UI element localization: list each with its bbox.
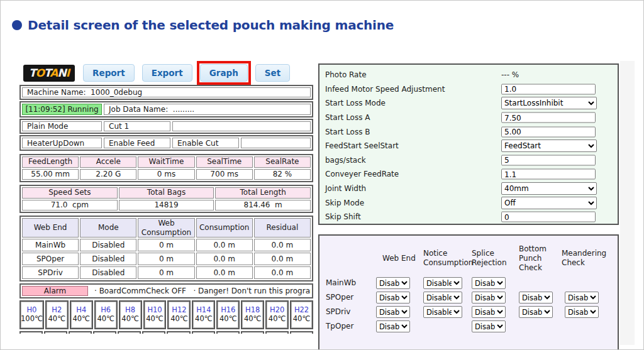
heater-temp: 40℃: [219, 315, 237, 324]
mainwb-web-end-select[interactable]: Disable: [376, 277, 410, 289]
pouch-machine-detail-screen: { "page": { "title": "Detail screen of t…: [0, 0, 644, 350]
feed-parameters-table: FeedLengthAcceleWaitTimeSealTimeSealRate…: [19, 154, 313, 182]
mainwb-notice-consumption-select[interactable]: Disabled: [423, 277, 462, 289]
settings-row-photo-rate: Photo Rate--- %: [319, 68, 618, 82]
feed_table-header-feedlength: FeedLength: [22, 156, 79, 168]
options-column-header-bottom-punch-check: Bottom Punch Check: [519, 242, 558, 275]
heater-temp: 40℃: [269, 315, 286, 324]
machine-name: Machine Name: 1000_0debug: [22, 87, 311, 97]
heater-temperature-row: H0100℃H240℃H440℃H640℃H840℃H1040℃H1240℃H1…: [19, 300, 313, 329]
options-column-header-splice-rejection: Splice Rejection: [472, 242, 518, 275]
heater-label: H14: [196, 306, 211, 315]
feed_table-value-accele: 2.20 G: [80, 169, 136, 180]
joint-width-select[interactable]: 40mm: [501, 182, 597, 195]
bullet-icon: [12, 20, 22, 30]
settings-row-joint-width: Joint Width40mm: [319, 182, 618, 196]
plain-mode: Plain Mode: [22, 121, 102, 131]
heater-box-h22: H2240℃: [290, 300, 313, 329]
options-row-label-mainwb: MainWb: [326, 276, 356, 290]
settings-row-skip-shift: Skip Shift: [319, 210, 618, 224]
feed_table-value-sealrate: 82 %: [254, 169, 311, 180]
skip-mode-select[interactable]: Off: [501, 197, 597, 209]
web-table-cell-spdriv-3: 0.0 m: [196, 266, 253, 279]
conveyer-feedrate-label: Conveyer FeedRate: [325, 170, 399, 178]
logo-letter: T: [29, 67, 36, 79]
machine-settings-panel: Photo Rate--- %Infeed Motor Speed Adjust…: [318, 63, 619, 225]
heater-box-clipped: [167, 331, 190, 334]
web-table-cell-mainwb-3: 0.0 m: [196, 239, 253, 251]
options-row-label-spdriv: SPDriv: [326, 305, 350, 319]
report-button[interactable]: Report: [83, 64, 135, 82]
feedstart-seelstart-select[interactable]: FeedStart: [501, 139, 597, 152]
web-table-cell-spdriv-1: Disabled: [80, 266, 136, 279]
heater-label: H10: [147, 306, 162, 315]
spdriv-web-end-select[interactable]: Disable: [376, 306, 410, 318]
totals-table: Speed SetsTotal BagsTotal Length71.0 cpm…: [19, 185, 313, 213]
toolbar: TOTANI ReportExportGraphSet: [23, 61, 294, 85]
heater-box-clipped: [265, 331, 289, 334]
settings-row-start-loss-mode: Start Loss ModeStartLossInhibit: [319, 96, 618, 111]
heater-box-h4: H440℃: [70, 300, 93, 329]
heater-temp: 40℃: [72, 315, 90, 324]
heater-box-clipped: [19, 331, 43, 334]
set-button[interactable]: Set: [255, 64, 290, 82]
heater-label: H22: [294, 306, 309, 315]
tpoper-web-end-select[interactable]: Disable: [376, 320, 410, 332]
heater-box-h18: H1840℃: [241, 300, 264, 329]
start-loss-b-field[interactable]: [501, 126, 596, 137]
logo-letter: T: [44, 67, 50, 79]
bags-stack-field[interactable]: [501, 155, 596, 165]
web-table-cell-spoper-0: SPOper: [22, 253, 79, 265]
mainwb-splice-rejection-select[interactable]: Disable: [472, 277, 506, 289]
spdriv-notice-consumption-select[interactable]: Disabled: [423, 306, 462, 318]
heater-box-h12: H1240℃: [167, 300, 191, 329]
spdriv-meandering-check-select[interactable]: Disable: [565, 306, 599, 318]
heater-label: H18: [245, 306, 260, 315]
spdriv-splice-rejection-select[interactable]: Disable: [472, 306, 506, 318]
heater-label: H12: [172, 306, 186, 315]
heater-box-h14: H1440℃: [192, 300, 215, 329]
status-job-table: [11:09:52] Running Job Data Name: ......…: [19, 101, 313, 118]
spoper-meandering-check-select[interactable]: Disable: [565, 292, 599, 304]
settings-row-start-loss-a: Start Loss A: [319, 111, 618, 125]
heater-box-clipped: [290, 331, 313, 334]
enable-feed: Enable Feed: [104, 138, 170, 148]
totals_table-value-speed-sets: 71.0 cpm: [22, 200, 118, 211]
spoper-bottom-punch-check-select[interactable]: Disable: [519, 292, 553, 304]
heater-box-clipped: [192, 331, 215, 334]
options-column-header-notice-consumption: Notice Consumption: [423, 242, 477, 275]
spoper-notice-consumption-select[interactable]: Disabled: [423, 292, 462, 304]
heater-box-h0: H0100℃: [19, 300, 44, 329]
settings-row-skip-mode: Skip ModeOff: [319, 195, 618, 210]
web-end-table: Web EndModeWeb ConsumptionConsumptionRes…: [19, 216, 313, 282]
start-loss-a-field[interactable]: [501, 112, 596, 123]
web-table-cell-spoper-2: 0 m: [138, 253, 194, 265]
start-loss-mode-select[interactable]: StartLossInhibit: [501, 97, 597, 109]
heater-temp: 40℃: [97, 315, 114, 324]
photo-rate-label: Photo Rate: [325, 70, 367, 79]
cut-mode: Cut 1: [104, 121, 170, 131]
spdriv-bottom-punch-check-select[interactable]: Disable: [519, 306, 553, 318]
heater-temp: 40℃: [121, 315, 139, 324]
tpoper-splice-rejection-select[interactable]: Disable: [472, 320, 506, 332]
heater-box-clipped: [241, 331, 264, 334]
skip-shift-field[interactable]: [501, 212, 596, 222]
enable-empty-cell: [241, 138, 311, 148]
feed_table-header-waittime: WaitTime: [138, 156, 194, 168]
heater-box-clipped: [118, 331, 141, 334]
export-button[interactable]: Export: [142, 64, 192, 82]
heater-label: H4: [76, 306, 86, 315]
graph-button[interactable]: Graph: [200, 64, 248, 82]
totals_table-header-total-length: Total Length: [215, 187, 311, 199]
heater-temp: 100℃: [21, 315, 43, 324]
infeed-motor-speed-adjustment-field[interactable]: [501, 84, 596, 94]
heater-box-h10: H1040℃: [143, 300, 167, 329]
conveyer-feedrate-field[interactable]: [501, 169, 596, 180]
heater-temp: 40℃: [48, 315, 66, 324]
infeed-motor-speed-adjustment-label: Infeed Motor Speed Adjustment: [325, 85, 445, 94]
options-column-header-meandering-check: Meandering Check: [562, 242, 618, 275]
spoper-web-end-select[interactable]: Disable: [376, 292, 410, 304]
spoper-splice-rejection-select[interactable]: Disable: [472, 292, 506, 304]
web-table-header-residual: Residual: [254, 218, 311, 238]
web-table-cell-mainwb-4: 0.0 m: [254, 239, 311, 251]
